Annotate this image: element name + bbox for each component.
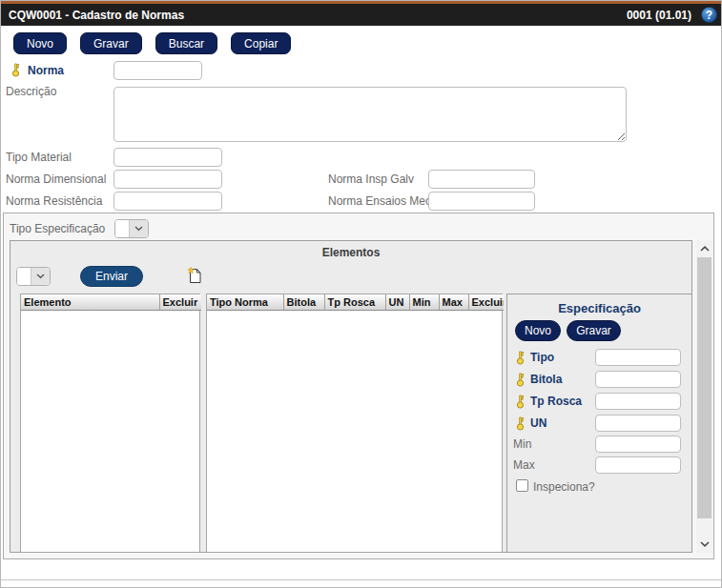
required-key-icon xyxy=(10,63,21,77)
bitola-label: Bitola xyxy=(530,373,562,386)
spec-field-row: Bitola xyxy=(507,371,691,390)
normas-detail-panel: Tipo Especificação Elementos Enviar xyxy=(3,213,714,559)
column-header: Bitola xyxy=(283,294,324,311)
inspeciona-checkbox[interactable] xyxy=(516,479,528,492)
norma-resistencia-input[interactable] xyxy=(113,192,222,211)
especificacao-panel: Especificação Novo Gravar Tipo Bitola xyxy=(506,294,692,553)
gravar-button[interactable]: Gravar xyxy=(80,32,142,54)
inspeciona-label: Inspeciona? xyxy=(533,480,595,494)
spec-field-row: Tp Rosca xyxy=(507,393,691,412)
norma-label: Norma xyxy=(28,64,64,77)
required-key-icon xyxy=(515,416,526,431)
spec-field-row: UN xyxy=(507,415,691,434)
help-icon[interactable]: ? xyxy=(701,7,717,23)
un-input[interactable] xyxy=(595,415,681,432)
required-key-icon xyxy=(515,351,526,365)
column-header: Min xyxy=(409,294,439,311)
tp-rosca-label: Tp Rosca xyxy=(530,395,582,408)
select-value xyxy=(17,268,31,285)
tipo-material-label: Tipo Material xyxy=(6,151,72,164)
titlebar: CQW0001 - Cadastro de Normas 0001 (01.01… xyxy=(1,1,722,26)
descricao-textarea[interactable] xyxy=(113,87,627,142)
tipo-input[interactable] xyxy=(595,349,681,366)
chevron-down-icon xyxy=(31,268,50,285)
spec-field-row: Min xyxy=(507,436,691,455)
select-value xyxy=(115,220,130,237)
page-title: CQW0001 - Cadastro de Normas xyxy=(9,9,184,22)
tipo-material-input[interactable] xyxy=(113,148,222,167)
column-header: UN xyxy=(385,294,409,311)
spec-field-row: Max xyxy=(507,456,691,476)
elemento-select[interactable] xyxy=(16,267,51,286)
norma-ensaios-mec-label: Norma Ensaios Mec xyxy=(328,194,431,208)
required-key-icon xyxy=(515,395,526,409)
scroll-down-icon[interactable] xyxy=(696,536,712,553)
norma-dimensional-label: Norma Dimensional xyxy=(6,172,106,186)
column-header: Excluir xyxy=(159,294,201,311)
elementos-title: Elementos xyxy=(10,246,691,259)
cadastro-de-normas-window: CQW0001 - Cadastro de Normas 0001 (01.01… xyxy=(0,0,722,588)
max-label: Max xyxy=(513,458,535,472)
scroll-up-icon[interactable] xyxy=(696,240,712,257)
tipo-especificacao-select[interactable] xyxy=(114,219,149,238)
scrollbar-thumb[interactable] xyxy=(697,257,712,518)
norma-insp-galv-label: Norma Insp Galv xyxy=(328,172,414,186)
novo-button[interactable]: Novo xyxy=(13,32,67,54)
copiar-button[interactable]: Copiar xyxy=(231,32,291,54)
version-label: 0001 (01.01) xyxy=(627,9,691,22)
tipo-especificacao-label: Tipo Especificação xyxy=(10,222,105,235)
chevron-down-icon xyxy=(130,220,148,237)
inspeciona-row: Inspeciona? xyxy=(507,479,691,498)
vertical-scrollbar[interactable] xyxy=(696,240,712,553)
elemento-table[interactable]: Elemento Excluir xyxy=(20,294,200,553)
norma-insp-galv-input[interactable] xyxy=(428,170,535,189)
bottom-divider xyxy=(1,579,722,580)
new-document-icon[interactable] xyxy=(187,267,202,284)
enviar-button[interactable]: Enviar xyxy=(80,266,143,287)
norma-resistencia-label: Norma Resistência xyxy=(6,194,102,208)
toolbar: Novo Gravar Buscar Copiar xyxy=(13,32,291,54)
max-input[interactable] xyxy=(595,456,681,474)
required-key-icon xyxy=(515,373,526,387)
column-header: Excluir xyxy=(468,294,504,311)
spec-novo-button[interactable]: Novo xyxy=(515,320,561,341)
column-header: Tipo Norma xyxy=(207,294,283,311)
un-label: UN xyxy=(530,416,547,430)
column-header: Tp Rosca xyxy=(324,294,385,311)
especificacao-title: Especificação xyxy=(507,301,691,315)
especificacao-table[interactable]: Tipo Norma Bitola Tp Rosca UN Min Max Ex… xyxy=(206,294,503,553)
buscar-button[interactable]: Buscar xyxy=(155,32,217,54)
min-label: Min xyxy=(513,437,531,451)
column-header: Elemento xyxy=(21,294,159,311)
elementos-group: Elementos Enviar xyxy=(10,240,692,553)
min-input[interactable] xyxy=(595,436,681,453)
spec-gravar-button[interactable]: Gravar xyxy=(567,320,621,341)
descricao-label: Descrição xyxy=(6,85,56,98)
column-header: Max xyxy=(439,294,468,311)
norma-ensaios-mec-input[interactable] xyxy=(428,192,535,211)
tp-rosca-input[interactable] xyxy=(595,393,681,410)
norma-dimensional-input[interactable] xyxy=(113,170,222,189)
norma-input[interactable] xyxy=(113,61,202,80)
tipo-label: Tipo xyxy=(530,351,554,364)
bitola-input[interactable] xyxy=(595,371,681,388)
spec-field-row: Tipo xyxy=(507,349,691,368)
